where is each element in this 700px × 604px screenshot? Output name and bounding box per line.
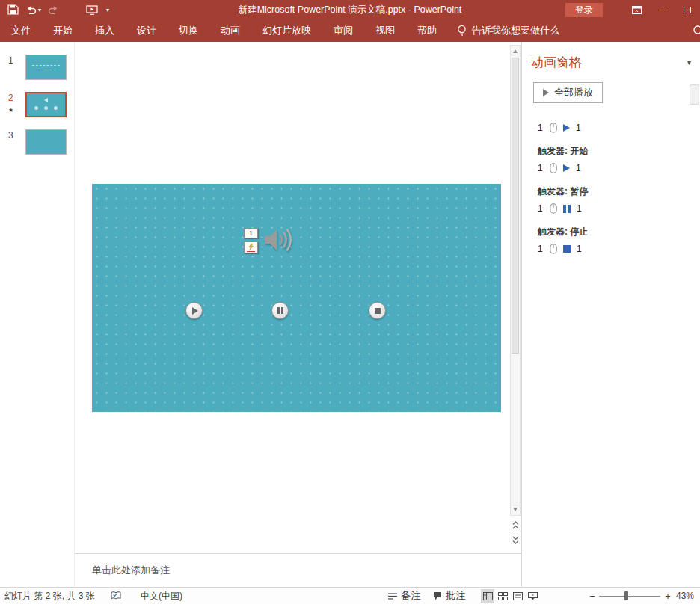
tab-home[interactable]: 开始 xyxy=(42,19,84,42)
undo-button[interactable]: ▾ xyxy=(23,1,43,18)
trigger-bolt-icon xyxy=(248,244,254,250)
zoom-out-button[interactable]: − xyxy=(587,588,598,604)
maximize-icon xyxy=(684,7,691,13)
pane-scrollbar[interactable] xyxy=(690,84,699,105)
tab-file[interactable]: 文件 xyxy=(0,19,42,42)
slide-1-thumbnail[interactable] xyxy=(25,55,67,80)
zoom-slider[interactable] xyxy=(599,588,660,604)
pause-effect-icon xyxy=(563,205,571,213)
mouse-trigger-icon xyxy=(550,203,557,214)
slide-counter: 幻灯片 第 2 张, 共 3 张 xyxy=(4,588,95,604)
next-slide-button[interactable] xyxy=(510,534,521,546)
trigger-tag[interactable] xyxy=(244,241,258,253)
notes-toggle-button[interactable]: 备注 xyxy=(388,588,421,604)
title-bar: 新建Microsoft PowerPoint 演示文稿.pptx - Power… xyxy=(0,0,700,19)
slide-canvas[interactable]: 1 xyxy=(92,184,501,412)
search-icon[interactable] xyxy=(693,25,700,40)
thumb-media-button xyxy=(54,106,58,110)
animation-number-tag[interactable]: 1 xyxy=(244,228,258,238)
play-all-button[interactable]: 全部播放 xyxy=(533,82,603,103)
repeat-button[interactable] xyxy=(46,1,61,18)
scroll-down-arrow[interactable] xyxy=(511,505,520,514)
mouse-trigger-icon xyxy=(550,163,557,173)
pane-menu-icon[interactable]: ▼ xyxy=(686,59,693,67)
titlebar-controls: 登录 ─ xyxy=(565,0,700,19)
undo-icon xyxy=(25,5,37,15)
tab-animations[interactable]: 动画 xyxy=(209,19,251,42)
thumb-text-line xyxy=(36,70,56,70)
normal-view-icon xyxy=(483,592,493,600)
language-indicator[interactable]: 中文(中国) xyxy=(141,588,182,604)
sign-in-button[interactable]: 登录 xyxy=(565,3,603,17)
thumb-media-button xyxy=(34,106,38,110)
comments-toggle-button[interactable]: 批注 xyxy=(433,588,466,604)
pause-icon xyxy=(277,307,283,314)
tab-view[interactable]: 视图 xyxy=(364,19,406,42)
zoom-slider-thumb[interactable] xyxy=(624,591,628,600)
ribbon-display-options-icon xyxy=(632,6,642,14)
quick-access-toolbar: ▾ ▾ xyxy=(0,0,111,19)
slide-2-thumbnail[interactable] xyxy=(25,92,67,117)
reading-view-icon xyxy=(513,592,523,600)
lightbulb-icon xyxy=(457,25,467,37)
repeat-icon xyxy=(48,5,59,15)
slide-sorter-view-button[interactable] xyxy=(496,589,509,603)
audio-pause-button[interactable] xyxy=(271,302,289,319)
scroll-up-arrow[interactable] xyxy=(511,46,520,56)
animation-item[interactable]: 1 1 xyxy=(538,241,700,257)
tab-transitions[interactable]: 切换 xyxy=(168,19,209,42)
zoom-in-button[interactable]: + xyxy=(663,588,673,604)
ribbon-tabs: 文件 开始 插入 设计 切换 动画 幻灯片放映 审阅 视图 帮助 告诉我你想要做… xyxy=(0,19,700,42)
thumb-media-button xyxy=(44,106,48,110)
mouse-trigger-icon xyxy=(550,244,557,254)
zoom-slider-center-tick xyxy=(630,594,630,598)
double-chevron-down-icon xyxy=(512,536,519,544)
customize-qat-button[interactable]: ▾ xyxy=(102,1,111,18)
spellcheck-icon[interactable] xyxy=(111,588,121,604)
audio-play-button[interactable] xyxy=(185,302,203,319)
tell-me-label: 告诉我你想要做什么 xyxy=(472,24,559,37)
triangle-up-icon xyxy=(513,49,518,53)
undo-dropdown-icon[interactable]: ▾ xyxy=(38,7,41,13)
scrollbar-thumb[interactable] xyxy=(512,58,519,354)
ribbon-display-options-button[interactable] xyxy=(624,0,649,19)
tab-slideshow[interactable]: 幻灯片放映 xyxy=(251,19,322,42)
animation-item[interactable]: 1 1 xyxy=(538,200,700,217)
normal-view-button[interactable] xyxy=(481,589,494,603)
minimize-button[interactable]: ─ xyxy=(649,0,675,19)
mouse-trigger-icon xyxy=(550,123,557,133)
status-bar: 幻灯片 第 2 张, 共 3 张 中文(中国) 备注 批注 xyxy=(0,587,700,604)
audio-stop-button[interactable] xyxy=(369,302,386,319)
tab-design[interactable]: 设计 xyxy=(126,19,168,42)
start-slideshow-button[interactable] xyxy=(84,1,100,18)
view-shortcuts xyxy=(481,588,539,604)
double-chevron-up-icon xyxy=(512,521,519,529)
notes-placeholder: 单击此处添加备注 xyxy=(92,564,170,576)
thumbnail-row-1: 1 xyxy=(0,55,74,80)
previous-slide-button[interactable] xyxy=(510,519,521,531)
animation-item[interactable]: 1 1 xyxy=(538,160,700,176)
triangle-down-icon xyxy=(513,508,518,511)
tab-insert[interactable]: 插入 xyxy=(84,19,126,42)
zoom-percentage[interactable]: 43% xyxy=(676,588,700,604)
audio-speaker-icon[interactable] xyxy=(262,226,295,257)
slide-sorter-icon xyxy=(498,592,508,600)
maximize-button[interactable] xyxy=(675,0,700,19)
notes-pane[interactable]: 单击此处添加备注 xyxy=(75,553,521,587)
animation-item[interactable]: 1 1 xyxy=(538,120,700,136)
thumb-text-line xyxy=(32,65,60,66)
tab-review[interactable]: 审阅 xyxy=(322,19,364,42)
trigger-label: 触发器: 开始 xyxy=(538,144,700,158)
save-icon xyxy=(7,4,19,15)
tab-help[interactable]: 帮助 xyxy=(406,19,448,42)
vertical-scrollbar[interactable] xyxy=(510,45,521,516)
reading-view-button[interactable] xyxy=(511,589,524,603)
play-all-icon xyxy=(543,89,549,96)
play-effect-icon xyxy=(563,164,570,172)
stop-icon xyxy=(375,308,381,314)
slide-3-thumbnail[interactable] xyxy=(25,129,67,155)
save-button[interactable] xyxy=(5,1,21,18)
play-icon xyxy=(192,307,198,315)
tell-me-box[interactable]: 告诉我你想要做什么 xyxy=(457,19,559,42)
slideshow-view-button[interactable] xyxy=(526,589,539,603)
